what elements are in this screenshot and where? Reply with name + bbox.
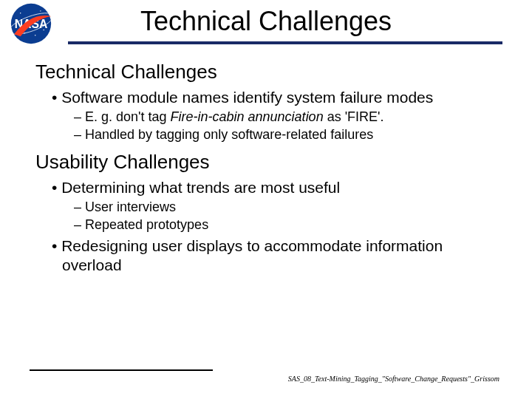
nasa-logo: NASA <box>4 1 58 46</box>
bullet-level2: Handled by tagging only software-related… <box>74 126 497 143</box>
footer-divider <box>30 369 213 371</box>
title-underline <box>68 41 502 44</box>
text: E. g. don't tag <box>85 109 171 124</box>
bullet-level2: E. g. don't tag Fire-in-cabin annunciati… <box>74 109 497 126</box>
svg-point-3 <box>20 13 21 13</box>
bullet-level2: User interviews <box>74 199 497 216</box>
svg-point-5 <box>43 30 44 30</box>
svg-point-4 <box>40 10 41 11</box>
section-heading: Technical Challenges <box>35 61 497 83</box>
emphasis-text: Fire-in-cabin annunciation <box>171 109 324 124</box>
slide-title: Technical Challenges <box>0 6 532 41</box>
svg-point-6 <box>24 33 25 33</box>
text: Handled by tagging only software-related… <box>85 127 373 142</box>
section-heading: Usability Challenges <box>35 151 497 174</box>
slide-body: Technical Challenges Software module nam… <box>0 44 532 276</box>
slide-header: NASA Technical Challenges <box>0 0 532 44</box>
svg-point-7 <box>35 35 35 35</box>
bullet-level1: Determining what trends are most useful <box>52 178 497 197</box>
footer-citation: SAS_08_Text-Mining_Tagging_"Software_Cha… <box>288 375 499 383</box>
text: Repeated prototypes <box>85 217 208 232</box>
text: User interviews <box>85 200 176 214</box>
bullet-level1: Redesigning user displays to accommodate… <box>52 236 497 276</box>
bullet-level1: Software module names identify system fa… <box>52 88 497 107</box>
bullet-level2: Repeated prototypes <box>74 216 497 233</box>
text: as 'FIRE'. <box>324 109 384 124</box>
